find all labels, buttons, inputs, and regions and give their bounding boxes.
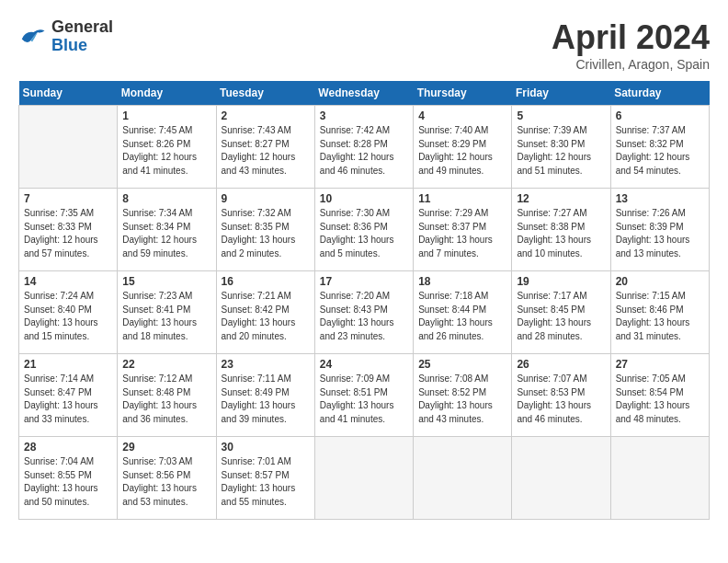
calendar-header-row: SundayMondayTuesdayWednesdayThursdayFrid…: [19, 81, 710, 106]
day-number: 16: [222, 275, 310, 288]
day-number: 7: [24, 192, 112, 205]
weekday-header-friday: Friday: [512, 81, 610, 106]
calendar-week-5: 28Sunrise: 7:04 AMSunset: 8:55 PMDayligh…: [19, 437, 710, 520]
title-block: April 2024 Crivillen, Aragon, Spain: [552, 18, 710, 72]
calendar-cell: 14Sunrise: 7:24 AMSunset: 8:40 PMDayligh…: [19, 271, 118, 354]
calendar-cell: 30Sunrise: 7:01 AMSunset: 8:57 PMDayligh…: [216, 437, 314, 520]
weekday-header-tuesday: Tuesday: [216, 81, 314, 106]
calendar-cell: [610, 437, 709, 520]
weekday-header-sunday: Sunday: [19, 81, 118, 106]
calendar-cell: 26Sunrise: 7:07 AMSunset: 8:53 PMDayligh…: [512, 354, 610, 437]
calendar-cell: 15Sunrise: 7:23 AMSunset: 8:41 PMDayligh…: [118, 271, 216, 354]
day-info: Sunrise: 7:15 AMSunset: 8:46 PMDaylight:…: [616, 290, 704, 343]
weekday-header-monday: Monday: [118, 81, 216, 106]
day-info: Sunrise: 7:05 AMSunset: 8:54 PMDaylight:…: [616, 373, 704, 426]
day-info: Sunrise: 7:37 AMSunset: 8:32 PMDaylight:…: [616, 124, 704, 178]
calendar-cell: 4Sunrise: 7:40 AMSunset: 8:29 PMDaylight…: [414, 106, 512, 189]
calendar-cell: 23Sunrise: 7:11 AMSunset: 8:49 PMDayligh…: [216, 354, 314, 437]
day-number: 29: [122, 441, 210, 454]
day-number: 27: [616, 358, 704, 371]
day-number: 8: [122, 192, 210, 205]
day-number: 11: [418, 192, 506, 205]
page-header: General Blue April 2024 Crivillen, Arago…: [18, 18, 710, 72]
calendar-cell: 24Sunrise: 7:09 AMSunset: 8:51 PMDayligh…: [314, 354, 413, 437]
day-info: Sunrise: 7:32 AMSunset: 8:35 PMDaylight:…: [222, 207, 310, 260]
day-number: 26: [517, 358, 605, 371]
day-number: 20: [616, 275, 704, 288]
location-subtitle: Crivillen, Aragon, Spain: [552, 57, 710, 72]
day-number: 18: [418, 275, 506, 288]
logo-text: General Blue: [51, 18, 113, 55]
calendar-week-3: 14Sunrise: 7:24 AMSunset: 8:40 PMDayligh…: [19, 271, 710, 354]
day-info: Sunrise: 7:30 AMSunset: 8:36 PMDaylight:…: [320, 207, 408, 260]
day-info: Sunrise: 7:17 AMSunset: 8:45 PMDaylight:…: [517, 290, 605, 343]
calendar-cell: 29Sunrise: 7:03 AMSunset: 8:56 PMDayligh…: [118, 437, 216, 520]
calendar-cell: 22Sunrise: 7:12 AMSunset: 8:48 PMDayligh…: [118, 354, 216, 437]
day-info: Sunrise: 7:03 AMSunset: 8:56 PMDaylight:…: [122, 455, 210, 509]
day-info: Sunrise: 7:24 AMSunset: 8:40 PMDaylight:…: [24, 290, 112, 343]
day-info: Sunrise: 7:45 AMSunset: 8:26 PMDaylight:…: [122, 124, 210, 178]
day-number: 30: [222, 441, 310, 454]
calendar-cell: 17Sunrise: 7:20 AMSunset: 8:43 PMDayligh…: [314, 271, 413, 354]
day-info: Sunrise: 7:04 AMSunset: 8:55 PMDaylight:…: [24, 455, 112, 509]
day-info: Sunrise: 7:26 AMSunset: 8:39 PMDaylight:…: [616, 207, 704, 260]
day-info: Sunrise: 7:29 AMSunset: 8:37 PMDaylight:…: [418, 207, 506, 260]
day-info: Sunrise: 7:12 AMSunset: 8:48 PMDaylight:…: [122, 373, 210, 426]
calendar-cell: [414, 437, 512, 520]
calendar-cell: 19Sunrise: 7:17 AMSunset: 8:45 PMDayligh…: [512, 271, 610, 354]
day-info: Sunrise: 7:42 AMSunset: 8:28 PMDaylight:…: [320, 124, 408, 178]
day-number: 19: [517, 275, 605, 288]
calendar-cell: 20Sunrise: 7:15 AMSunset: 8:46 PMDayligh…: [610, 271, 709, 354]
calendar-cell: 3Sunrise: 7:42 AMSunset: 8:28 PMDaylight…: [314, 106, 413, 189]
day-info: Sunrise: 7:27 AMSunset: 8:38 PMDaylight:…: [517, 207, 605, 260]
day-number: 22: [122, 358, 210, 371]
day-info: Sunrise: 7:34 AMSunset: 8:34 PMDaylight:…: [122, 207, 210, 260]
calendar-cell: 7Sunrise: 7:35 AMSunset: 8:33 PMDaylight…: [19, 189, 118, 271]
calendar-cell: 11Sunrise: 7:29 AMSunset: 8:37 PMDayligh…: [414, 189, 512, 271]
calendar-body: 1Sunrise: 7:45 AMSunset: 8:26 PMDaylight…: [19, 106, 710, 520]
calendar-cell: 10Sunrise: 7:30 AMSunset: 8:36 PMDayligh…: [314, 189, 413, 271]
logo: General Blue: [18, 18, 113, 55]
calendar-cell: 8Sunrise: 7:34 AMSunset: 8:34 PMDaylight…: [118, 189, 216, 271]
calendar-cell: 5Sunrise: 7:39 AMSunset: 8:30 PMDaylight…: [512, 106, 610, 189]
day-info: Sunrise: 7:08 AMSunset: 8:52 PMDaylight:…: [418, 373, 506, 426]
day-info: Sunrise: 7:39 AMSunset: 8:30 PMDaylight:…: [517, 124, 605, 178]
calendar-cell: 18Sunrise: 7:18 AMSunset: 8:44 PMDayligh…: [414, 271, 512, 354]
calendar-cell: 21Sunrise: 7:14 AMSunset: 8:47 PMDayligh…: [19, 354, 118, 437]
month-title: April 2024: [552, 18, 710, 57]
logo-blue-label: Blue: [51, 37, 113, 55]
day-number: 14: [24, 275, 112, 288]
calendar-cell: 1Sunrise: 7:45 AMSunset: 8:26 PMDaylight…: [118, 106, 216, 189]
day-number: 1: [122, 109, 210, 122]
calendar-table: SundayMondayTuesdayWednesdayThursdayFrid…: [18, 81, 710, 520]
day-number: 28: [24, 441, 112, 454]
weekday-header-thursday: Thursday: [414, 81, 512, 106]
day-info: Sunrise: 7:21 AMSunset: 8:42 PMDaylight:…: [222, 290, 310, 343]
day-number: 5: [517, 109, 605, 122]
calendar-cell: [314, 437, 413, 520]
day-number: 4: [418, 109, 506, 122]
day-info: Sunrise: 7:11 AMSunset: 8:49 PMDaylight:…: [222, 373, 310, 426]
weekday-header-wednesday: Wednesday: [314, 81, 413, 106]
day-info: Sunrise: 7:20 AMSunset: 8:43 PMDaylight:…: [320, 290, 408, 343]
day-info: Sunrise: 7:14 AMSunset: 8:47 PMDaylight:…: [24, 373, 112, 426]
day-number: 12: [517, 192, 605, 205]
calendar-cell: 27Sunrise: 7:05 AMSunset: 8:54 PMDayligh…: [610, 354, 709, 437]
calendar-cell: [19, 106, 118, 189]
calendar-cell: 13Sunrise: 7:26 AMSunset: 8:39 PMDayligh…: [610, 189, 709, 271]
day-info: Sunrise: 7:07 AMSunset: 8:53 PMDaylight:…: [517, 373, 605, 426]
weekday-header-saturday: Saturday: [610, 81, 709, 106]
day-number: 21: [24, 358, 112, 371]
day-number: 2: [222, 109, 310, 122]
day-number: 15: [122, 275, 210, 288]
calendar-cell: 12Sunrise: 7:27 AMSunset: 8:38 PMDayligh…: [512, 189, 610, 271]
day-info: Sunrise: 7:23 AMSunset: 8:41 PMDaylight:…: [122, 290, 210, 343]
day-number: 23: [222, 358, 310, 371]
day-info: Sunrise: 7:09 AMSunset: 8:51 PMDaylight:…: [320, 373, 408, 426]
calendar-cell: [512, 437, 610, 520]
calendar-cell: 16Sunrise: 7:21 AMSunset: 8:42 PMDayligh…: [216, 271, 314, 354]
calendar-cell: 6Sunrise: 7:37 AMSunset: 8:32 PMDaylight…: [610, 106, 709, 189]
day-info: Sunrise: 7:43 AMSunset: 8:27 PMDaylight:…: [222, 124, 310, 178]
logo-general-label: General: [51, 18, 113, 37]
calendar-week-1: 1Sunrise: 7:45 AMSunset: 8:26 PMDaylight…: [19, 106, 710, 189]
